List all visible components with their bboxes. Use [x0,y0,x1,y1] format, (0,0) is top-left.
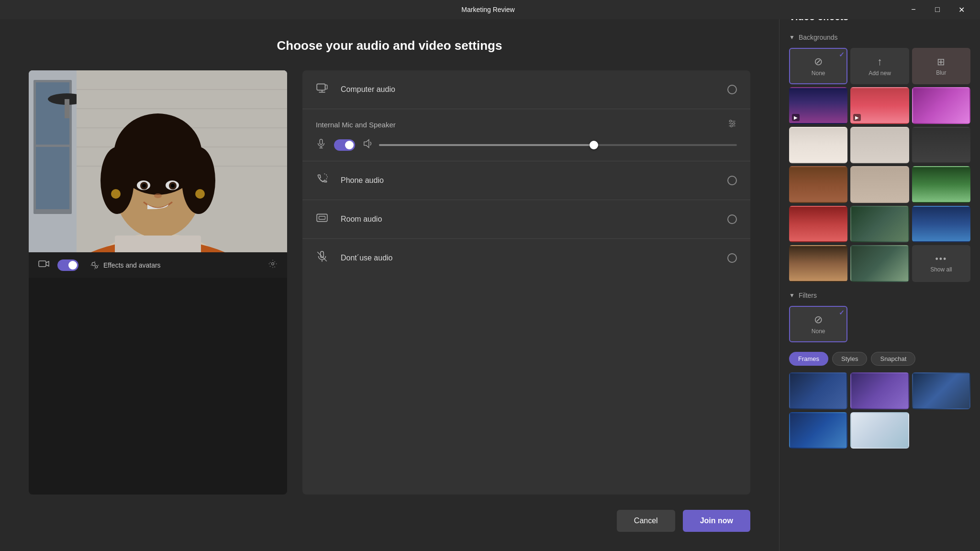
background-circle-item[interactable] [850,245,909,281]
phone-audio-radio[interactable] [727,176,737,185]
slider-fill [379,144,594,146]
computer-audio-option[interactable]: Computer audio [302,70,750,109]
filter-tags: Frames Styles Snapchat [789,352,970,366]
computer-audio-radio[interactable] [727,85,737,94]
computer-audio-label: Computer audio [341,85,727,94]
background-red-item[interactable] [789,206,847,242]
mic-settings-icon[interactable] [727,119,737,131]
show-all-button[interactable]: ••• Show all [912,245,970,281]
filter-purple1-item[interactable] [850,372,909,409]
no-background-icon: ⊘ [814,56,823,68]
filters-none-grid: ⊘ None ✓ [789,306,970,342]
main-content: Choose your audio and video settings [0,19,779,551]
room-audio-radio[interactable] [727,214,737,224]
svg-rect-33 [39,261,46,267]
video-preview-container: Effects and avatars [29,70,287,495]
background-green-item[interactable] [912,166,970,202]
effects-label: Effects and avatars [103,261,161,269]
snapchat-tag[interactable]: Snapchat [871,352,915,366]
audio-options-panel: Computer audio Internal Mic and Speaker [302,70,750,495]
mic-toggle[interactable] [334,139,355,151]
speaker-icon [363,138,373,151]
filter-blue2-item[interactable] [912,372,970,409]
svg-rect-49 [317,214,327,221]
svg-rect-45 [320,139,323,145]
add-background-icon: ↑ [877,56,882,68]
page-title: Choose your audio and video settings [277,38,502,53]
blur-background-item[interactable]: ⊞ Blur [912,48,970,84]
svg-marker-48 [364,140,369,148]
svg-point-36 [272,263,274,265]
backgrounds-section-label: Backgrounds [799,34,838,41]
frames-tag[interactable]: Frames [789,352,828,366]
filters-section-header[interactable]: ▼ Filters [789,292,970,299]
svg-rect-37 [317,84,325,90]
show-all-label: Show all [930,266,952,273]
background-purple-item[interactable] [912,87,970,124]
titlebar-title: Marketing Review [74,6,902,13]
background-blue-item[interactable] [912,206,970,242]
background-pink-clouds-item[interactable]: ▶ [850,87,909,124]
filter-blue1-item[interactable] [789,372,847,409]
effects-avatars-button[interactable]: Effects and avatars [86,259,165,272]
backgrounds-section-header[interactable]: ▼ Backgrounds [789,34,970,41]
no-audio-radio[interactable] [727,253,737,263]
room-audio-icon [316,212,333,227]
background-dark-room-item[interactable] [912,127,970,163]
no-audio-option[interactable]: Dont´use audio [302,239,750,277]
filter-selected-checkmark: ✓ [839,309,845,316]
filters-section-label: Filters [799,292,817,299]
svg-rect-38 [325,85,327,90]
titlebar: Marketing Review − □ ✕ [0,0,980,19]
background-mountains-item[interactable]: ▶ [789,87,847,124]
slider-thumb[interactable] [590,141,598,149]
filter-white-item[interactable] [850,412,909,449]
svg-point-35 [95,265,98,268]
blur-label: Blur [936,69,946,76]
filter-blue3-item[interactable] [789,412,847,449]
mic-header: Internal Mic and Speaker [316,119,737,131]
video-controls-bar: Effects and avatars [29,252,287,278]
background-wood-item[interactable] [789,166,847,202]
background-none-item[interactable]: ⊘ None ✓ [789,48,847,84]
svg-point-43 [733,123,735,124]
settings-icon [268,259,278,269]
background-minimal-item[interactable] [850,166,909,202]
minimize-button[interactable]: − [902,2,924,17]
camera-toggle[interactable] [57,259,78,271]
show-all-dots: ••• [935,254,947,264]
video-badge: ▶ [853,114,861,121]
blur-icon: ⊞ [937,56,945,67]
background-green2-item[interactable] [850,206,909,242]
backgrounds-chevron-icon: ▼ [789,34,795,41]
svg-point-42 [730,120,732,122]
background-arch-item[interactable] [789,245,847,281]
content-row: Effects and avatars [29,70,750,495]
add-background-label: Add new [869,70,891,77]
svg-point-34 [92,262,95,266]
volume-slider[interactable] [379,144,737,146]
svg-rect-32 [29,70,287,252]
cancel-button[interactable]: Cancel [617,510,675,532]
video-image [29,70,287,252]
room-audio-option[interactable]: Room audio [302,200,750,239]
window-close-button[interactable]: ✕ [950,2,972,17]
microphone-icon [316,138,326,151]
join-button[interactable]: Join now [683,510,750,532]
filter-none-label: None [812,328,825,335]
filters-section: ▼ Filters ⊘ None ✓ Frames Styles Snapcha… [789,292,970,449]
phone-audio-option[interactable]: Phone audio [302,161,750,200]
no-filter-icon: ⊘ [814,314,823,326]
phone-audio-label: Phone audio [341,176,727,185]
background-white-room1-item[interactable] [789,127,847,163]
styles-tag[interactable]: Styles [832,352,867,366]
background-white-room2-item[interactable] [850,127,909,163]
no-audio-icon [316,250,333,266]
filter-none-item[interactable]: ⊘ None ✓ [789,306,847,342]
computer-audio-icon [316,82,333,97]
internal-mic-section: Internal Mic and Speaker [302,109,750,161]
titlebar-controls: − □ ✕ [902,2,972,17]
video-settings-button[interactable] [268,259,278,271]
add-background-item[interactable]: ↑ Add new [850,48,909,84]
maximize-button[interactable]: □ [926,2,948,17]
